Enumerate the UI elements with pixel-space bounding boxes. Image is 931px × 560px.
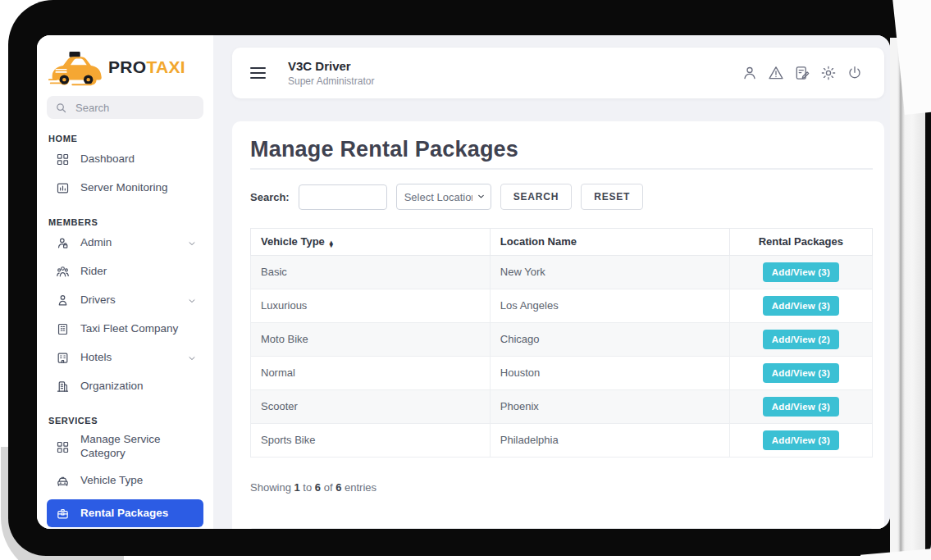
sidebar-item-rider[interactable]: Rider	[47, 257, 203, 286]
action-cell: Add/View (3)	[729, 289, 872, 322]
user-icon[interactable]	[742, 65, 758, 81]
hotel-icon	[56, 351, 70, 365]
monitoring-icon	[56, 181, 70, 195]
add-view-button[interactable]: Add/View (3)	[763, 397, 839, 417]
sidebar-item-label: Manage Service Category	[80, 433, 197, 461]
sidebar-item-manage-service-category[interactable]: Manage Service Category	[47, 427, 203, 467]
topbar-subtitle: Super Administrator	[288, 75, 374, 87]
nav-section-services: SERVICES	[48, 416, 202, 426]
riders-icon	[56, 265, 70, 279]
action-cell: Add/View (2)	[729, 322, 872, 356]
add-view-button[interactable]: Add/View (3)	[763, 296, 839, 316]
title-divider	[250, 168, 873, 170]
search-button[interactable]: SEARCH	[500, 184, 572, 210]
vehicle-type-cell: Moto Bike	[251, 322, 491, 356]
search-label: Search:	[250, 191, 290, 203]
stacked-pages-edge	[890, 38, 925, 554]
menu-toggle-icon[interactable]	[250, 67, 266, 79]
chevron-down-icon	[187, 353, 197, 363]
brand-logo[interactable]: PROTAXI	[47, 43, 203, 91]
brand-name: PROTAXI	[108, 57, 185, 77]
sidebar-item-organization[interactable]: Organization	[47, 372, 203, 401]
add-view-button[interactable]: Add/View (3)	[763, 262, 839, 282]
column-vehicle-type[interactable]: Vehicle Type▴▾	[251, 229, 491, 256]
sidebar-item-label: Hotels	[80, 351, 112, 365]
column-rental-packages: Rental Packages	[729, 229, 872, 256]
power-icon[interactable]	[847, 65, 863, 81]
sidebar-item-vehicle-type[interactable]: Vehicle Type	[47, 467, 203, 495]
sidebar-item-taxi-fleet-company[interactable]: Taxi Fleet Company	[47, 315, 203, 344]
reset-button[interactable]: RESET	[581, 184, 643, 210]
sidebar: PROTAXI HOME Dashboard Server Monitoring…	[37, 35, 213, 529]
taxi-car-icon	[48, 48, 105, 87]
filter-row: Search: Select Location SEARCH RESET	[250, 184, 873, 210]
topbar: V3C Driver Super Administrator	[232, 48, 884, 98]
action-cell: Add/View (3)	[729, 255, 872, 289]
nav-section-members: MEMBERS	[48, 217, 202, 227]
sidebar-item-server-monitoring[interactable]: Server Monitoring	[47, 174, 203, 203]
admin-icon	[56, 236, 70, 250]
notes-panel: Notes:	[250, 528, 873, 529]
location-cell: Houston	[490, 356, 729, 389]
alert-icon[interactable]	[768, 65, 784, 81]
sort-icon[interactable]: ▴▾	[330, 241, 333, 248]
add-view-button[interactable]: Add/View (3)	[763, 363, 839, 383]
main-area: V3C Driver Super Administrator Manage Re…	[213, 35, 890, 529]
sidebar-item-label: Organization	[80, 380, 144, 394]
table-row: Normal Houston Add/View (3)	[251, 356, 873, 389]
table-header-row: Vehicle Type▴▾ Location Name Rental Pack…	[251, 229, 873, 256]
sidebar-item-label: Drivers	[80, 294, 116, 307]
sidebar-item-admin[interactable]: Admin	[47, 229, 203, 257]
sidebar-item-label: Admin	[80, 236, 112, 250]
sidebar-item-rental-packages[interactable]: Rental Packages	[47, 499, 203, 527]
location-cell: Chicago	[490, 322, 729, 356]
sidebar-item-label: Rental Packages	[80, 507, 168, 521]
table-row: Luxurious Los Angeles Add/View (3)	[251, 289, 873, 322]
action-cell: Add/View (3)	[729, 389, 872, 423]
chevron-down-icon	[187, 296, 197, 306]
dashboard-icon	[56, 153, 70, 166]
location-cell: Philadelphia	[490, 423, 729, 457]
table-row: Basic New York Add/View (3)	[251, 255, 873, 289]
action-cell: Add/View (3)	[729, 356, 872, 389]
sidebar-search[interactable]	[47, 96, 203, 119]
content-card: Manage Rental Packages Search: Select Lo…	[232, 121, 884, 529]
add-view-button[interactable]: Add/View (2)	[763, 330, 839, 349]
sidebar-item-label: Taxi Fleet Company	[80, 322, 178, 336]
vehicle-type-cell: Basic	[251, 255, 491, 289]
rental-packages-icon	[56, 507, 70, 521]
pagination-summary: Showing 1 to 6 of 6 entries	[250, 481, 873, 494]
table-row: Sports Bike Philadelphia Add/View (3)	[251, 423, 873, 457]
tasks-icon[interactable]	[794, 65, 810, 81]
sidebar-item-label: Rider	[80, 265, 107, 279]
topbar-title: V3C Driver	[288, 59, 374, 73]
sidebar-item-label: Dashboard	[80, 153, 135, 166]
sidebar-item-label: Vehicle Type	[80, 474, 143, 488]
sidebar-item-label: Server Monitoring	[80, 181, 168, 195]
table-row: Scooter Phoenix Add/View (3)	[251, 389, 873, 423]
table-row: Moto Bike Chicago Add/View (2)	[251, 322, 873, 356]
organization-icon	[56, 380, 70, 394]
location-select-wrap: Select Location	[396, 184, 491, 210]
service-category-icon	[56, 440, 70, 454]
location-select[interactable]: Select Location	[396, 184, 491, 210]
topbar-icons	[742, 65, 863, 81]
vehicle-type-cell: Scooter	[251, 389, 491, 423]
filter-search-input[interactable]	[299, 184, 387, 210]
search-icon	[55, 102, 67, 114]
topbar-titles: V3C Driver Super Administrator	[288, 59, 374, 87]
nav-section-home: HOME	[48, 134, 202, 143]
sidebar-search-input[interactable]	[74, 101, 180, 115]
rental-packages-table: Vehicle Type▴▾ Location Name Rental Pack…	[250, 228, 873, 458]
vehicle-type-cell: Luxurious	[251, 289, 491, 322]
settings-icon[interactable]	[820, 65, 837, 81]
action-cell: Add/View (3)	[729, 423, 872, 457]
sidebar-item-hotels[interactable]: Hotels	[47, 344, 203, 372]
sidebar-item-drivers[interactable]: Drivers	[47, 286, 203, 315]
location-cell: Los Angeles	[490, 289, 729, 322]
add-view-button[interactable]: Add/View (3)	[763, 430, 839, 450]
sidebar-item-dashboard[interactable]: Dashboard	[47, 145, 203, 174]
column-location-name: Location Name	[490, 229, 729, 256]
chevron-down-icon	[187, 239, 197, 248]
vehicle-type-cell: Normal	[251, 356, 491, 389]
